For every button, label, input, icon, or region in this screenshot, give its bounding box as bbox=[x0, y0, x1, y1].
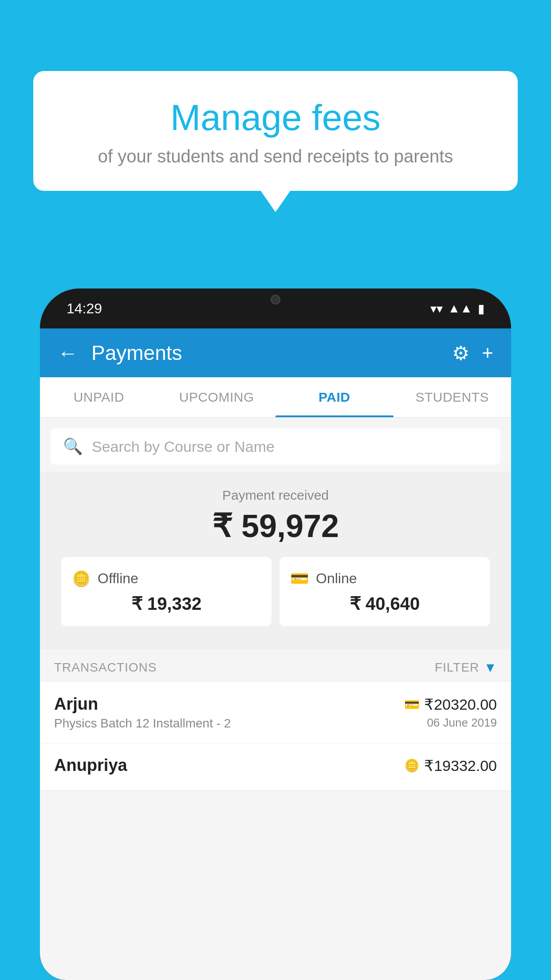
tab-students[interactable]: STUDENTS bbox=[394, 377, 512, 417]
transaction-left-2: Anupriya bbox=[54, 756, 127, 778]
status-bar: 14:29 ▾▾ ▲▲ ▮ bbox=[40, 288, 511, 328]
online-icon: 💳 bbox=[290, 569, 309, 587]
page-title: Payments bbox=[91, 341, 439, 365]
transaction-name-1: Arjun bbox=[54, 695, 231, 714]
transaction-right-2: 🪙 ₹19332.00 bbox=[404, 757, 497, 777]
online-card: 💳 Online ₹ 40,640 bbox=[279, 557, 490, 626]
filter-icon: ▼ bbox=[484, 660, 497, 675]
payment-total-amount: ₹ 59,972 bbox=[51, 507, 500, 545]
payment-cards: 🪙 Offline ₹ 19,332 💳 Online ₹ 40,640 bbox=[51, 557, 500, 637]
table-row[interactable]: Arjun Physics Batch 12 Installment - 2 💳… bbox=[40, 682, 511, 743]
signal-icon: ▲▲ bbox=[448, 301, 472, 316]
phone-frame: 14:29 ▾▾ ▲▲ ▮ ← Payments ⚙ + bbox=[40, 288, 511, 980]
search-bar[interactable]: 🔍 Search by Course or Name bbox=[51, 428, 500, 465]
header-actions: ⚙ + bbox=[452, 342, 493, 364]
filter-button[interactable]: FILTER ▼ bbox=[435, 660, 497, 675]
offline-icon: 🪙 bbox=[72, 569, 91, 587]
transaction-amount-1: ₹20320.00 bbox=[424, 695, 497, 713]
payment-summary: Payment received ₹ 59,972 🪙 Offline ₹ 19… bbox=[40, 472, 511, 649]
payment-received-label: Payment received bbox=[51, 488, 500, 503]
transaction-date-1: 06 June 2019 bbox=[404, 716, 497, 730]
back-button[interactable]: ← bbox=[58, 343, 78, 363]
wifi-icon: ▾▾ bbox=[430, 301, 443, 316]
tab-paid[interactable]: PAID bbox=[276, 377, 394, 417]
online-label: Online bbox=[316, 570, 357, 587]
battery-icon: ▮ bbox=[478, 301, 484, 316]
search-placeholder-text: Search by Course or Name bbox=[92, 438, 275, 455]
table-row[interactable]: Anupriya 🪙 ₹19332.00 bbox=[40, 743, 511, 790]
transaction-amount-2: ₹19332.00 bbox=[424, 757, 497, 775]
tabs-bar: UNPAID UPCOMING PAID STUDENTS bbox=[40, 377, 511, 418]
transaction-name-2: Anupriya bbox=[54, 756, 127, 775]
phone-screen: ← Payments ⚙ + UNPAID UPCOMING PAID STUD… bbox=[40, 328, 511, 980]
transaction-detail-1: Physics Batch 12 Installment - 2 bbox=[54, 716, 231, 731]
filter-label: FILTER bbox=[435, 660, 479, 675]
offline-card-header: 🪙 Offline bbox=[72, 569, 261, 587]
phone-camera bbox=[271, 295, 280, 304]
online-amount: ₹ 40,640 bbox=[290, 593, 479, 614]
transactions-label: TRANSACTIONS bbox=[54, 660, 157, 675]
card-payment-icon-1: 💳 bbox=[404, 697, 420, 712]
speech-bubble: Manage fees of your students and send re… bbox=[33, 71, 518, 191]
app-header: ← Payments ⚙ + bbox=[40, 328, 511, 377]
transaction-right-1: 💳 ₹20320.00 06 June 2019 bbox=[404, 695, 497, 730]
tab-unpaid[interactable]: UNPAID bbox=[40, 377, 158, 417]
status-time: 14:29 bbox=[67, 300, 102, 317]
gear-icon[interactable]: ⚙ bbox=[452, 342, 469, 364]
plus-icon[interactable]: + bbox=[482, 342, 493, 364]
offline-card: 🪙 Offline ₹ 19,332 bbox=[61, 557, 272, 626]
transaction-amount-row-2: 🪙 ₹19332.00 bbox=[404, 757, 497, 775]
tab-upcoming[interactable]: UPCOMING bbox=[158, 377, 276, 417]
bubble-subtitle: of your students and send receipts to pa… bbox=[55, 146, 496, 166]
online-card-header: 💳 Online bbox=[290, 569, 479, 587]
transactions-header: TRANSACTIONS FILTER ▼ bbox=[40, 649, 511, 682]
offline-amount: ₹ 19,332 bbox=[72, 593, 261, 614]
status-icons: ▾▾ ▲▲ ▮ bbox=[430, 301, 484, 316]
search-icon: 🔍 bbox=[63, 437, 83, 456]
offline-payment-icon-2: 🪙 bbox=[404, 758, 420, 773]
transaction-left-1: Arjun Physics Batch 12 Installment - 2 bbox=[54, 695, 231, 731]
transaction-amount-row-1: 💳 ₹20320.00 bbox=[404, 695, 497, 713]
background: Manage fees of your students and send re… bbox=[0, 0, 551, 980]
bubble-title: Manage fees bbox=[55, 98, 496, 138]
phone-notch bbox=[249, 288, 302, 311]
offline-label: Offline bbox=[98, 570, 138, 587]
